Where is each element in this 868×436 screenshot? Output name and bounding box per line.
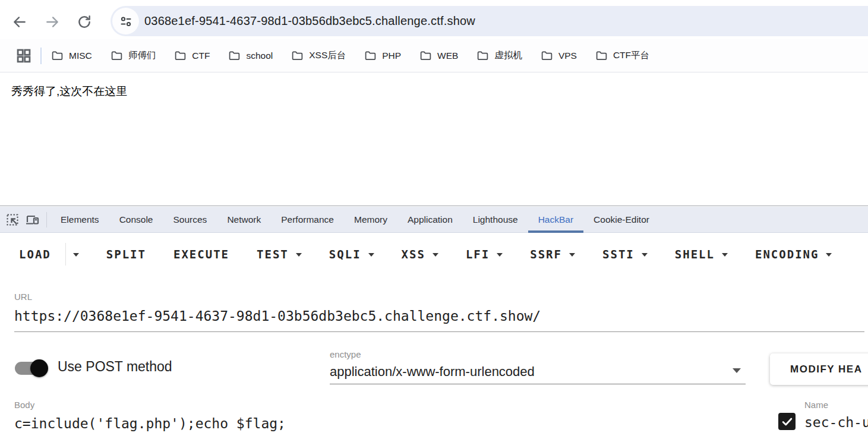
- page-viewport: 秀秀得了,这次不在这里: [0, 73, 868, 206]
- bookmark-folder-ctf[interactable]: CTF: [174, 49, 210, 62]
- url-address-bar[interactable]: 0368e1ef-9541-4637-98d1-03b56db3ebc5.cha…: [111, 6, 868, 36]
- load-button[interactable]: LOAD: [19, 248, 51, 261]
- bookmark-folder-web[interactable]: WEB: [419, 49, 458, 62]
- hackbar-panel: LOAD SPLIT EXECUTE TEST SQLI XSS LFI SSR…: [0, 233, 868, 436]
- ssrf-menu-button[interactable]: SSRF: [530, 248, 575, 261]
- folder-icon: [51, 49, 64, 62]
- split-button[interactable]: SPLIT: [106, 248, 146, 261]
- inspect-element-icon[interactable]: [2, 207, 23, 233]
- enctype-label: enctype: [330, 349, 361, 359]
- chevron-down-icon: [433, 253, 438, 260]
- tabbar-separator: [46, 212, 47, 228]
- header-enabled-checkbox[interactable]: [778, 413, 796, 430]
- folder-icon: [595, 49, 608, 62]
- modify-headers-button[interactable]: MODIFY HEA: [770, 353, 868, 385]
- header-name-input[interactable]: sec-ch-u: [804, 415, 868, 430]
- devtools-tabbar: Elements Console Sources Network Perform…: [0, 207, 868, 233]
- load-caret-icon[interactable]: [73, 253, 79, 260]
- chevron-down-icon: [497, 253, 503, 260]
- load-split-button: LOAD: [19, 243, 79, 266]
- bookmark-folder-vm[interactable]: 虚拟机: [476, 49, 522, 62]
- devtools-panel: Elements Console Sources Network Perform…: [0, 206, 868, 436]
- folder-icon: [419, 49, 432, 62]
- bookmark-label: PHP: [382, 50, 401, 61]
- bookmark-label: 师傅们: [128, 49, 156, 62]
- omnibox-url-text: 0368e1ef-9541-4637-98d1-03b56db3ebc5.cha…: [144, 14, 475, 28]
- folder-icon: [476, 49, 489, 62]
- bookmark-label: VPS: [558, 50, 577, 61]
- use-post-toggle[interactable]: [15, 359, 48, 377]
- bookmark-label: CTF平台: [613, 49, 649, 62]
- bookmarks-separator: [40, 48, 42, 64]
- bookmark-label: CTF: [192, 50, 210, 61]
- hackbar-toolbar: LOAD SPLIT EXECUTE TEST SQLI XSS LFI SSR…: [19, 241, 868, 267]
- page-content-text: 秀秀得了,这次不在这里: [11, 84, 127, 99]
- folder-icon: [111, 49, 123, 62]
- body-field-label: Body: [14, 400, 34, 410]
- load-separator: [65, 243, 66, 266]
- lfi-menu-button[interactable]: LFI: [466, 248, 503, 261]
- tab-hackbar[interactable]: HackBar: [528, 207, 583, 233]
- tab-elements[interactable]: Elements: [50, 207, 109, 233]
- tab-application[interactable]: Application: [397, 207, 463, 233]
- use-post-label: Use POST method: [58, 359, 172, 375]
- check-icon: [781, 415, 794, 428]
- tab-network[interactable]: Network: [217, 207, 271, 233]
- xss-menu-button[interactable]: XSS: [402, 248, 438, 261]
- back-icon[interactable]: [10, 12, 29, 31]
- bookmark-label: 虚拟机: [494, 49, 522, 62]
- shell-menu-button[interactable]: SHELL: [675, 248, 728, 261]
- enctype-dropdown-icon[interactable]: [733, 368, 741, 377]
- bookmark-label: MISC: [69, 50, 92, 61]
- execute-button[interactable]: EXECUTE: [173, 248, 229, 261]
- body-field-input[interactable]: c=include('flag.php');echo $flag;: [14, 416, 286, 431]
- bookmark-label: school: [246, 50, 273, 61]
- bookmark-label: XSS后台: [309, 49, 346, 62]
- apps-grid-icon[interactable]: [15, 48, 32, 64]
- bookmark-folder-ctf-platform[interactable]: CTF平台: [595, 49, 649, 62]
- folder-icon: [541, 49, 553, 62]
- url-field-label: URL: [14, 292, 32, 302]
- bookmark-folder-shifumen[interactable]: 师傅们: [111, 49, 156, 62]
- sqli-menu-button[interactable]: SQLI: [329, 248, 374, 261]
- url-field-underline: [14, 331, 864, 332]
- bookmark-folder-xss[interactable]: XSS后台: [291, 49, 346, 62]
- chevron-down-icon: [826, 253, 832, 260]
- browser-toolbar: 0368e1ef-9541-4637-98d1-03b56db3ebc5.cha…: [0, 0, 868, 39]
- device-toolbar-icon[interactable]: [23, 207, 43, 233]
- header-name-label: Name: [804, 400, 828, 410]
- tab-memory[interactable]: Memory: [344, 207, 397, 233]
- bookmark-folder-vps[interactable]: VPS: [541, 49, 577, 62]
- site-settings-icon[interactable]: [112, 8, 139, 34]
- tab-sources[interactable]: Sources: [163, 207, 217, 233]
- tab-performance[interactable]: Performance: [271, 207, 344, 233]
- toggle-thumb: [30, 359, 48, 377]
- tab-console[interactable]: Console: [109, 207, 163, 233]
- folder-icon: [228, 49, 241, 62]
- forward-icon[interactable]: [43, 12, 62, 31]
- chevron-down-icon: [642, 253, 648, 260]
- bookmark-label: WEB: [437, 50, 458, 61]
- folder-icon: [174, 49, 187, 62]
- bookmark-folder-php[interactable]: PHP: [364, 49, 401, 62]
- bookmark-folder-misc[interactable]: MISC: [51, 49, 92, 62]
- chevron-down-icon: [722, 253, 728, 260]
- encoding-menu-button[interactable]: ENCODING: [755, 248, 832, 261]
- folder-icon: [364, 49, 377, 62]
- reload-icon[interactable]: [75, 12, 94, 31]
- test-menu-button[interactable]: TEST: [257, 248, 302, 261]
- url-field-input[interactable]: https://0368e1ef-9541-4637-98d1-03b56db3…: [14, 308, 541, 324]
- chevron-down-icon: [569, 253, 575, 260]
- chevron-down-icon: [296, 253, 302, 260]
- bookmark-folder-school[interactable]: school: [228, 49, 273, 62]
- bookmarks-bar: MISC 师傅们 CTF school XSS后台 PHP WEB 虚拟机 VP…: [0, 39, 868, 72]
- browser-window: 0368e1ef-9541-4637-98d1-03b56db3ebc5.cha…: [0, 0, 868, 436]
- chevron-down-icon: [368, 253, 374, 260]
- ssti-menu-button[interactable]: SSTI: [602, 248, 648, 261]
- tab-lighthouse[interactable]: Lighthouse: [463, 207, 528, 233]
- tab-cookie-editor[interactable]: Cookie-Editor: [583, 207, 659, 233]
- enctype-select[interactable]: application/x-www-form-urlencoded: [330, 364, 535, 380]
- enctype-underline: [330, 384, 746, 384]
- folder-icon: [291, 49, 304, 62]
